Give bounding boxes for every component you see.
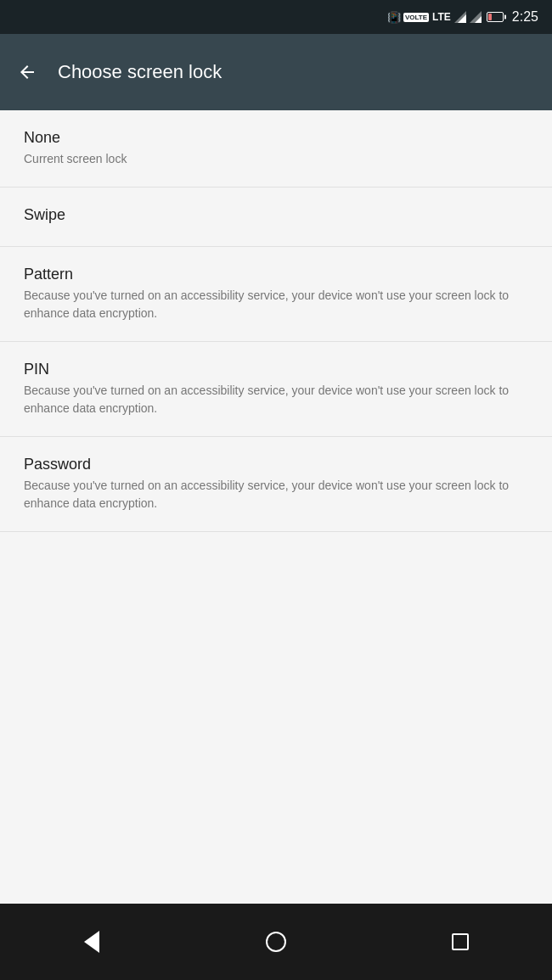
nav-back-icon	[84, 931, 99, 953]
item-subtitle-pattern: Because you've turned on an accessibilit…	[24, 287, 528, 322]
nav-recent-icon	[452, 933, 469, 950]
battery-icon	[487, 12, 504, 22]
lte-icon: LTE	[432, 11, 451, 23]
app-bar-title: Choose screen lock	[58, 61, 222, 83]
battery-fill	[488, 14, 493, 20]
item-subtitle-none: Current screen lock	[24, 150, 528, 168]
item-title-pattern: Pattern	[24, 266, 528, 283]
list-item-pin[interactable]: PIN Because you've turned on an accessib…	[0, 342, 552, 437]
signal-icon-1	[454, 11, 466, 23]
list-item-none[interactable]: None Current screen lock	[0, 110, 552, 188]
empty-area	[0, 532, 552, 702]
item-title-swipe: Swipe	[24, 206, 528, 224]
signal-icon-2	[470, 11, 482, 23]
item-subtitle-pin: Because you've turned on an accessibilit…	[24, 382, 528, 417]
app-bar: Choose screen lock	[0, 34, 552, 110]
nav-recent-button[interactable]	[439, 921, 482, 963]
vibrate-icon: 📳	[387, 11, 400, 24]
item-title-password: Password	[24, 456, 528, 473]
nav-back-button[interactable]	[70, 921, 113, 963]
item-subtitle-password: Because you've turned on an accessibilit…	[24, 477, 528, 512]
back-arrow-icon	[17, 62, 37, 82]
volte-badge: VOLTE	[403, 13, 429, 22]
status-icons: 📳 VOLTE LTE 2:25	[387, 9, 538, 25]
nav-bar	[0, 904, 552, 980]
nav-home-button[interactable]	[255, 921, 297, 963]
list-item-pattern[interactable]: Pattern Because you've turned on an acce…	[0, 247, 552, 342]
item-title-pin: PIN	[24, 361, 528, 378]
status-bar: 📳 VOLTE LTE 2:25	[0, 0, 552, 34]
nav-home-icon	[266, 932, 286, 952]
back-button[interactable]	[17, 62, 37, 82]
list-item-swipe[interactable]: Swipe	[0, 188, 552, 247]
list-item-password[interactable]: Password Because you've turned on an acc…	[0, 437, 552, 532]
status-time: 2:25	[512, 9, 538, 25]
content-area: None Current screen lock Swipe Pattern B…	[0, 110, 552, 904]
item-title-none: None	[24, 129, 528, 147]
